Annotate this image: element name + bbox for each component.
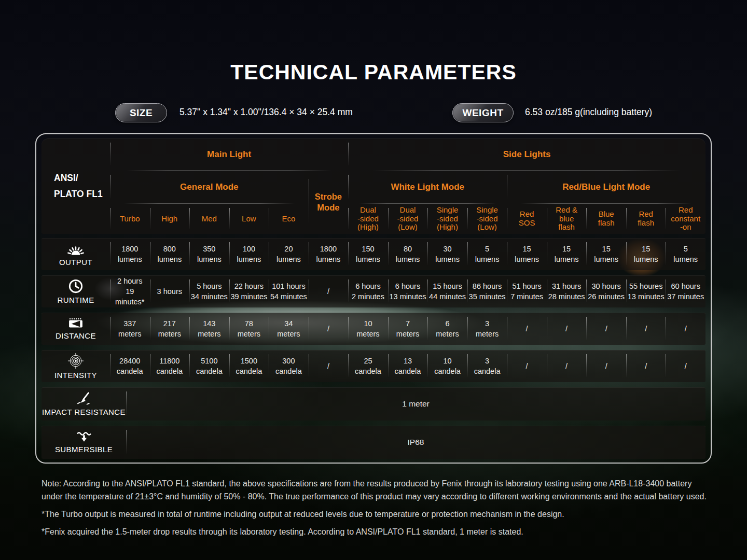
impact-resistance-row-label: IMPACT RESISTANCE [42, 387, 126, 421]
distance-row-label-text: DISTANCE [56, 331, 96, 340]
table-cell: 51 hours 7 minutes [507, 275, 547, 307]
table-cell: 101 hours 54 minutes [269, 275, 309, 307]
table-cell: 30 hours 26 minutes [586, 275, 626, 307]
table-cell: 3 meters [467, 313, 507, 345]
table-cell: 5100 candela [189, 350, 229, 382]
column-header-single-sided-high: Single -sided (High) [427, 204, 467, 234]
table-cell: 300 candela [269, 350, 309, 382]
table-cell: 1500 candela [229, 350, 269, 382]
table-cell: / [626, 350, 666, 382]
submersible-row-label-text: SUBMERSIBLE [55, 445, 113, 454]
table-row-impact-resistance: IMPACT RESISTANCE 1 meter [42, 387, 706, 421]
table-cell: / [666, 350, 706, 382]
size-badge: SIZE [115, 103, 167, 122]
table-cell: / [309, 313, 349, 345]
table-cell: 350 lumens [189, 238, 229, 270]
column-header-red-blue-flash: Red & blue flash [547, 204, 587, 234]
table-row-output: OUTPUT 1800 lumens 800 lumens 350 lumens… [42, 238, 706, 270]
column-header-single-sided-low: Single -sided (Low) [467, 204, 507, 234]
table-cell: 15 lumens [507, 238, 547, 270]
weight-value: 6.53 oz/185 g(including battery) [525, 107, 652, 118]
table-cell: / [547, 350, 587, 382]
footnotes: Note: According to the ANSI/PLATO FL1 st… [42, 477, 712, 543]
table-cell: 80 lumens [388, 238, 428, 270]
table-cell: / [666, 313, 706, 345]
table-cell: 1800 lumens [110, 238, 150, 270]
table-row-intensity: INTENSITY 28400 candela 11800 candela 51… [42, 350, 706, 382]
intensity-icon [67, 353, 84, 369]
table-cell: 86 hours 35 minutes [467, 275, 507, 307]
table-cell: 22 hours 39 minutes [229, 275, 269, 307]
table-cell: 78 meters [229, 313, 269, 345]
table-cell: 34 meters [269, 313, 309, 345]
column-header-low: Low [229, 204, 269, 234]
weight-badge: WEIGHT [452, 103, 514, 122]
table-cell: 60 hours 37 minutes [666, 275, 706, 307]
table-cell: 1800 lumens [309, 238, 349, 270]
footnote-drop-test: *Fenix acquired the 1.5-meter drop resul… [42, 525, 712, 538]
column-header-red-constant-on: Red constant -on [666, 204, 706, 234]
table-cell: 15 lumens [547, 238, 587, 270]
distance-icon [67, 317, 84, 330]
table-cell: 800 lumens [150, 238, 190, 270]
size-badge-label: SIZE [130, 107, 153, 119]
intensity-row-label-text: INTENSITY [54, 371, 97, 380]
table-cell: 2 hours 19 minutes* [110, 275, 150, 307]
distance-row-label: DISTANCE [42, 313, 110, 345]
table-cell: 15 hours 44 minutes [427, 275, 467, 307]
table-cell: 143 meters [189, 313, 229, 345]
impact-resistance-row-label-text: IMPACT RESISTANCE [42, 408, 126, 416]
spec-table: ANSI/ PLATO FL1 Main Light Side Lights G… [35, 133, 712, 464]
table-cell: 11800 candela [150, 350, 190, 382]
table-cell: 150 lumens [348, 238, 388, 270]
table-cell: 55 houres 13 minutes [626, 275, 666, 307]
table-cell: 7 meters [388, 313, 428, 345]
column-header-high: High [150, 204, 190, 234]
table-cell: / [586, 350, 626, 382]
size-value: 5.37" x 1.34" x 1.00"/136.4 × 34 × 25.4 … [179, 107, 353, 118]
table-row-distance: DISTANCE 337 meters 217 meters 143 meter… [42, 313, 706, 345]
column-header-red-sos: Red SOS [507, 204, 547, 234]
table-cell: 15 lumens [586, 238, 626, 270]
table-cell: 15 lumens [626, 238, 666, 270]
table-cell: / [507, 313, 547, 345]
column-header-dual-sided-low: Dual -sided (Low) [388, 204, 428, 234]
table-cell: 10 candela [427, 350, 467, 382]
table-cell: 6 hours 13 minutes [388, 275, 428, 307]
table-cell: 30 lumens [427, 238, 467, 270]
table-cell: 5 lumens [467, 238, 507, 270]
runtime-row-label-text: RUNTIME [57, 296, 94, 304]
output-row-label: OUTPUT [42, 238, 110, 270]
standard-label: ANSI/ PLATO FL1 [42, 138, 110, 234]
table-cell: 20 lumens [269, 238, 309, 270]
impact-icon [76, 391, 92, 406]
footnote-turbo: *The Turbo output is measured in total o… [42, 508, 712, 521]
table-cell: 217 meters [150, 313, 190, 345]
table-row-submersible: SUBMERSIBLE IP68 [42, 426, 706, 459]
strobe-mode-header: Strobe Mode [309, 171, 349, 234]
table-cell: / [507, 350, 547, 382]
redblue-light-mode-header: Red/Blue Light Mode [507, 171, 706, 204]
footnote-standard: Note: According to the ANSI/PLATO FL1 st… [42, 477, 712, 503]
table-cell: 5 lumens [666, 238, 706, 270]
main-light-group-header: Main Light [110, 138, 348, 171]
submersible-row-label: SUBMERSIBLE [42, 426, 126, 459]
sunrise-icon [66, 242, 85, 256]
submersible-value: IP68 [126, 426, 706, 459]
weight-badge-label: WEIGHT [463, 107, 504, 119]
table-cell: 6 hours 2 minutes [348, 275, 388, 307]
white-light-mode-header: White Light Mode [348, 171, 507, 204]
output-row-label-text: OUTPUT [59, 258, 92, 267]
table-cell: 3 candela [467, 350, 507, 382]
page-title: TECHNICAL PARAMETERS [0, 60, 747, 85]
table-cell: 100 lumens [229, 238, 269, 270]
table-cell: 6 meters [427, 313, 467, 345]
table-cell: / [586, 313, 626, 345]
table-cell: 25 candela [348, 350, 388, 382]
column-header-blue-flash: Blue flash [586, 204, 626, 234]
column-header-eco: Eco [269, 204, 309, 234]
table-cell: 28400 candela [110, 350, 150, 382]
table-row-runtime: RUNTIME 2 hours 19 minutes* 3 hours 5 ho… [42, 275, 706, 307]
column-header-red-flash: Red flash [626, 204, 666, 234]
impact-resistance-value: 1 meter [126, 387, 706, 421]
